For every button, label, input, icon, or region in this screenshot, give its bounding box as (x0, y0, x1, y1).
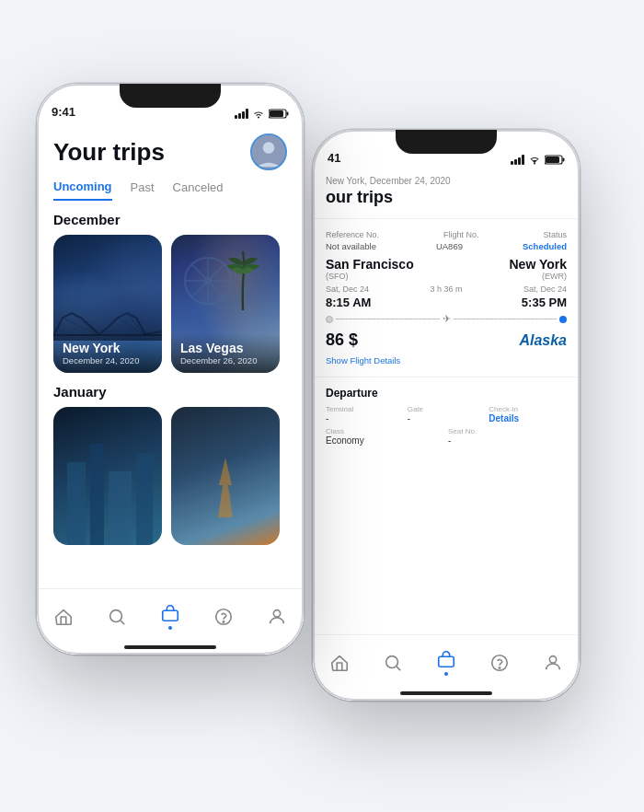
sb2 (238, 113, 241, 119)
nyc-city: New York (63, 341, 153, 355)
ferris-wheel-svg (180, 253, 236, 308)
p2-class-label: Class (326, 427, 444, 435)
svg-rect-35 (163, 610, 178, 621)
p2-flight-value: UA869 (436, 241, 463, 251)
p1-nav-help[interactable] (203, 607, 244, 627)
p2-price: 86 $ (326, 331, 358, 350)
p1-nav-profile[interactable] (257, 607, 297, 627)
lv-overlay: Las Vegas December 26, 2020 (171, 333, 280, 373)
p2-ref-row: Reference No. Flight No. Status (326, 230, 567, 239)
p2-divider-2 (313, 377, 580, 377)
signal-bars-2 (511, 155, 524, 165)
wifi-icon-2 (528, 155, 541, 165)
p2-seat-value: - (448, 435, 567, 446)
sb4 (246, 109, 248, 119)
p2-terminal-label: Terminal (326, 405, 404, 413)
p2-checkin-label: Check-in (489, 405, 567, 413)
p2-from-date: Sat, Dec 24 (326, 284, 369, 294)
p2-line (336, 319, 440, 319)
phone-1: 9:41 (37, 84, 304, 655)
svg-point-14 (263, 142, 275, 154)
p1-december-title: December (37, 201, 304, 235)
tab-uncoming[interactable]: Uncoming (53, 180, 112, 201)
p2-price-airline: 86 $ Alaska (326, 331, 567, 350)
svg-rect-5 (439, 656, 454, 667)
svg-rect-3 (546, 157, 559, 163)
tab-canceled[interactable]: Canceled (173, 180, 224, 200)
p2-to: New York (EWR) (509, 257, 567, 281)
p1-nav-bag[interactable] (150, 603, 190, 630)
tab-past[interactable]: Past (131, 180, 155, 200)
p2-divider-1 (313, 218, 580, 219)
notch-2 (396, 130, 497, 154)
svg-point-7 (499, 667, 500, 667)
p2-terminal-value: - (326, 413, 404, 423)
p1-card-jan2[interactable] (171, 407, 280, 545)
p2-nav-help[interactable] (479, 653, 520, 673)
svg-rect-30 (109, 471, 132, 545)
plane-icon: ✈ (443, 313, 451, 325)
svg-point-9 (258, 117, 259, 119)
p1-card-jan1[interactable] (53, 407, 162, 545)
svg-rect-28 (67, 462, 86, 545)
p2-airline: Alaska (519, 332, 567, 349)
time-2: 41 (328, 151, 340, 165)
p1-nav-home[interactable] (43, 607, 84, 627)
p2-ref-values: Not available UA869 Scheduled (326, 241, 567, 251)
show-flight-details[interactable]: Show Flight Details (326, 355, 567, 365)
profile-icon-1 (267, 607, 287, 627)
p2-to-time: 5:35 PM (522, 296, 567, 309)
p2-nav-dot (444, 672, 448, 676)
p2-departure-section: Departure Terminal - Gate - Check-in Det… (313, 381, 580, 451)
p2-dot-start (326, 316, 333, 323)
p2-nav-profile[interactable] (533, 653, 573, 673)
battery-icon-2 (545, 155, 565, 165)
svg-rect-2 (563, 158, 565, 162)
p2-departure-title: Departure (326, 387, 567, 400)
p1-title: Your trips (53, 138, 165, 167)
card-bg-jan2 (171, 407, 280, 545)
p1-header: Your trips (37, 124, 304, 176)
p2-from: San Francisco (SFO) (326, 257, 414, 281)
avatar-image (252, 135, 285, 168)
p2-checkin[interactable]: Check-in Details (489, 405, 567, 423)
svg-point-8 (549, 655, 556, 662)
p2-nav-bag[interactable] (426, 649, 466, 676)
bag-icon-2 (436, 649, 456, 669)
svg-rect-29 (90, 444, 104, 545)
search-icon-1 (107, 607, 127, 627)
p1-january-cards (37, 407, 304, 545)
p2-flight-line: ✈ (326, 313, 567, 325)
card-bg-jan1 (53, 407, 162, 545)
svg-point-38 (273, 609, 280, 616)
p2-date: New York, December 24, 2020 (313, 170, 580, 188)
status-icons-2 (511, 155, 565, 165)
p1-december-cards: New York December 24, 2020 (37, 235, 304, 373)
p2-detail-row2: Class Economy Seat No. - (326, 427, 567, 446)
p2-class-value: Economy (326, 435, 444, 446)
svg-rect-11 (287, 112, 289, 116)
nyc-date: December 24, 2020 (63, 355, 153, 365)
lv-city: Las Vegas (180, 341, 270, 355)
p2-from-city: San Francisco (326, 257, 414, 272)
help-icon-2 (489, 653, 510, 673)
p2-to-code: (EWR) (509, 272, 567, 281)
home-icon-1 (53, 607, 74, 627)
bar1 (511, 161, 513, 165)
lv-date: December 26, 2020 (180, 355, 270, 365)
p1-card-lv[interactable]: Las Vegas December 26, 2020 (171, 235, 280, 373)
p2-from-code: (SFO) (326, 272, 414, 281)
p1-card-nyc[interactable]: New York December 24, 2020 (53, 235, 162, 373)
sb1 (235, 115, 237, 119)
p1-avatar[interactable] (250, 133, 287, 170)
help-icon-1 (213, 607, 234, 627)
scene: 41 Ne (9, 29, 635, 783)
home-indicator-2 (400, 691, 492, 695)
p1-nav-search[interactable] (97, 607, 137, 627)
p2-status-label: Status (543, 230, 567, 239)
p2-nav-home[interactable] (319, 653, 360, 673)
p2-class: Class Economy (326, 427, 444, 446)
p2-page-title: our trips (313, 188, 580, 215)
p2-nav-search[interactable] (373, 653, 413, 673)
p2-checkin-value: Details (489, 413, 567, 423)
